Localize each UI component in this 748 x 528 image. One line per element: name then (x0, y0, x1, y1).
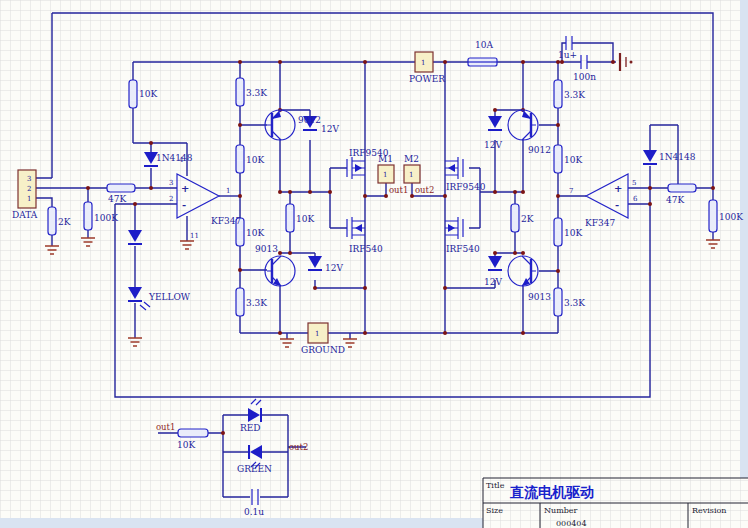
m1-pin-1: 1 (383, 171, 387, 179)
opamp-left-pin1: 1 (226, 187, 230, 195)
transistor-9012-right-label: 9012 (528, 145, 551, 155)
resistor-10k-feedback-label: 10K (139, 89, 157, 99)
resistor-10k-left-2-label: 10K (246, 228, 264, 238)
zener-12v-left-top-label: 12V (321, 124, 339, 134)
power-connector-label: POWER (409, 74, 445, 84)
opamp-left-plus: + (181, 183, 189, 194)
opamp-kf347-right-label: KF347 (585, 218, 615, 228)
m2-connector[interactable]: 1 M2 (404, 154, 420, 183)
ground-connector-label: GROUND (301, 345, 345, 355)
opamp-kf347-left-label: KF347 (211, 216, 241, 226)
resistor-100k-left-label: 100K (94, 213, 118, 223)
transistor-9012-left-label: 9012 (298, 115, 321, 125)
opamp-left-pin2: 2 (169, 195, 173, 203)
capacitor-100n-label: 100n (573, 72, 596, 82)
grid (0, 0, 748, 528)
mosfet-irf9540-right-label: IRF9540 (446, 182, 486, 192)
schematic-title: 直流电机驱动 (509, 484, 594, 500)
net-label-out1-bottom[interactable]: out1 (156, 422, 175, 432)
opamp-left-pin3: 3 (169, 179, 173, 187)
diode-1n4148-right-label: 1N4148 (659, 152, 696, 162)
number-value: 000404 (556, 519, 587, 528)
capacitor-01u-label: 0.1u (244, 507, 264, 517)
mosfet-irf540-right-label: IRF540 (446, 244, 480, 254)
resistor-3k3-left-top-label: 3.3K (246, 88, 267, 98)
opamp-right-pin6: 6 (633, 195, 638, 203)
led-yellow-label: YELLOW (148, 292, 191, 302)
data-pin-3: 3 (27, 175, 31, 183)
opamp-left-pin11: 11 (190, 232, 199, 240)
opamp-right-pin5: 5 (632, 179, 636, 187)
page-margin-right (740, 0, 748, 478)
number-label: Number (544, 506, 578, 515)
zener-12v-left-bottom-label: 12V (325, 263, 343, 273)
page-margin-bottom (0, 518, 483, 528)
schematic-sheet: 3 2 1 DATA 1 POWER 1 GROUND 1 M1 1 M2 2K… (0, 0, 748, 528)
data-pin-1: 1 (27, 195, 31, 203)
resistor-100k-right-label: 100K (719, 212, 743, 222)
led-green-label: GREEN (237, 464, 272, 474)
m2-pin-1: 1 (409, 171, 413, 179)
opamp-right-minus: - (615, 199, 619, 210)
resistor-10k-bottom-label: 10K (177, 440, 195, 450)
m2-connector-label: M2 (404, 154, 419, 164)
net-label-out1[interactable]: out1 (389, 185, 408, 195)
opamp-left-minus: - (182, 199, 186, 210)
resistor-47k-left-label: 47K (108, 194, 126, 204)
opamp-right-plus: + (614, 183, 622, 194)
resistor-3k3-left-bottom-label: 3.3K (246, 298, 267, 308)
title-label: Title (486, 481, 505, 490)
fuse-10a-label: 10A (475, 40, 493, 50)
resistor-10k-left-1-label: 10K (246, 155, 264, 165)
diode-1n4148-left-label: 1N4148 (156, 153, 193, 163)
transistor-9013-right-label: 9013 (528, 292, 551, 302)
capacitor-1u-label: 1u+ (558, 50, 577, 60)
mosfet-irf540-left-label: IRF540 (349, 244, 383, 254)
resistor-10k-right-1-label: 10K (564, 155, 582, 165)
schematic-canvas: 3 2 1 DATA 1 POWER 1 GROUND 1 M1 1 M2 2K… (0, 0, 748, 528)
resistor-47k-right-label: 47K (666, 195, 684, 205)
opamp-left-pin4: 4 (179, 156, 184, 164)
size-label: Size (486, 506, 503, 515)
ground-pin-1: 1 (315, 330, 319, 338)
resistor-10k-mid-left-label: 10K (296, 214, 314, 224)
resistor-3k3-right-top-label: 3.3K (564, 90, 585, 100)
resistor-3k3-right-bottom-label: 3.3K (564, 298, 585, 308)
mosfet-irf9540-left-label: IRF9540 (349, 148, 389, 158)
opamp-right-pin7: 7 (569, 187, 573, 195)
data-pin-2: 2 (27, 185, 31, 193)
zener-12v-right-bottom-label: 12V (484, 277, 502, 287)
revision-label: Revision (692, 506, 726, 515)
net-label-out2[interactable]: out2 (415, 185, 434, 195)
net-label-out2-bottom[interactable]: out2 (289, 442, 308, 452)
m1-connector[interactable]: 1 M1 (378, 154, 394, 183)
resistor-10k-right-2-label: 10K (564, 228, 582, 238)
power-pin-1: 1 (421, 59, 425, 67)
resistor-2k-mid-right-label: 2K (521, 214, 534, 224)
data-connector-label: DATA (12, 210, 38, 220)
led-red-label: RED (240, 423, 261, 433)
resistor-2k-label: 2K (58, 217, 71, 227)
zener-12v-right-top-label: 12V (484, 140, 502, 150)
transistor-9013-left-label: 9013 (255, 244, 278, 254)
